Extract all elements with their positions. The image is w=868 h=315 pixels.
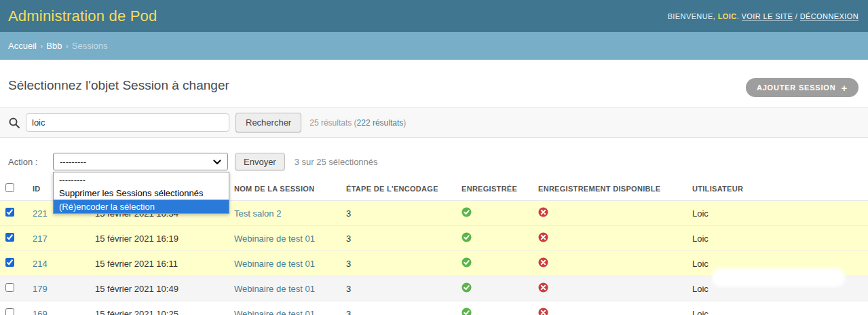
header-bar: Administration de Pod BIENVENUE, LOIC. V… [0,0,868,32]
available-no-icon [538,308,548,315]
chevron-down-icon [213,157,221,167]
results-count: 25 résultats (222 résultats) [309,118,406,128]
breadcrumb-current: Sessions [72,41,108,51]
add-session-button[interactable]: AJOUTER SESSION + [746,78,858,97]
results-count-close: ) [403,118,406,128]
session-name-link[interactable]: Webinaire de test 01 [234,259,315,269]
row-checkbox[interactable] [5,308,14,315]
available-no-icon [538,282,548,295]
session-user: Loic [687,201,868,226]
recorded-yes-icon [461,308,472,315]
session-user: Loic [687,226,868,251]
username: LOIC [718,12,737,20]
session-id-link[interactable]: 169 [33,309,48,315]
available-no-icon [538,232,548,244]
session-date: 15 février 2021 10:49 [90,276,229,301]
logout-link[interactable]: DÉCONNEXION [800,12,858,21]
session-id-link[interactable]: 179 [33,284,48,294]
column-header-user[interactable]: UTILISATEUR [687,177,868,201]
session-id-link[interactable]: 214 [33,259,48,269]
view-site-link[interactable]: VOIR LE SITE [742,12,793,21]
row-checkbox[interactable] [5,208,14,217]
username-period: . [737,12,739,20]
title-row: Sélectionnez l'objet Session à changer A… [0,60,868,107]
recorded-yes-icon [461,257,472,270]
breadcrumb-separator: › [65,41,68,51]
search-icon [8,117,20,129]
welcome-text: BIENVENUE, [668,12,716,20]
session-id-link[interactable]: 221 [33,208,48,219]
row-checkbox[interactable] [5,233,14,242]
breadcrumb-separator: › [40,41,43,51]
session-name-link[interactable]: Webinaire de test 01 [234,284,315,294]
action-dropdown-list: --------- Supprimer les Sessions sélecti… [53,172,229,214]
session-step: 3 [341,201,456,226]
session-name-link[interactable]: Webinaire de test 01 [234,309,315,315]
actions-bar: Action : --------- Envoyer 3 sur 25 séle… [0,138,868,177]
send-action-button[interactable]: Envoyer [235,153,285,170]
action-label: Action : [8,157,53,167]
selection-counter: 3 sur 25 sélectionnés [295,157,378,167]
session-name-link[interactable]: Test salon 2 [234,208,281,219]
add-session-label: AJOUTER SESSION [757,84,836,92]
session-name-link[interactable]: Webinaire de test 01 [234,234,315,244]
recorded-yes-icon [461,207,472,219]
session-date: 15 février 2021 16:11 [90,251,229,276]
admin-page: Administration de Pod BIENVENUE, LOIC. V… [0,0,868,315]
action-option-reencode[interactable]: (Ré)encoder la sélection [54,200,229,213]
session-step: 3 [341,301,456,315]
session-date: 15 février 2021 10:25 [90,301,229,315]
table-row: 169 15 février 2021 10:25 Webinaire de t… [0,301,868,315]
available-no-icon [538,257,548,270]
action-select[interactable]: --------- [53,153,228,170]
session-id-link[interactable]: 217 [33,234,48,244]
breadcrumb-home[interactable]: Accueil [8,41,37,51]
search-input[interactable] [26,113,229,132]
show-all-results-link[interactable]: 222 résultats [357,118,404,128]
session-step: 3 [341,251,456,276]
breadcrumb-app-bbb[interactable]: Bbb [46,41,62,51]
column-header-available[interactable]: ENREGISTREMENT DISPONIBLE [533,177,687,201]
session-user: Loic [687,301,868,315]
search-toolbar: Rechercher 25 résultats (222 résultats) [0,107,868,138]
recorded-yes-icon [461,232,472,244]
site-title: Administration de Pod [8,7,157,25]
row-checkbox[interactable] [5,258,14,267]
plus-icon: + [841,84,848,92]
session-step: 3 [341,276,456,301]
search-button[interactable]: Rechercher [235,113,301,132]
results-count-text: 25 résultats ( [309,118,356,128]
select-all-checkbox[interactable] [5,183,14,192]
action-option-empty[interactable]: --------- [54,172,229,186]
page-title: Sélectionnez l'objet Session à changer [8,78,229,93]
table-row: 217 15 février 2021 16:19 Webinaire de t… [0,226,868,251]
link-separator: / [795,12,797,20]
available-no-icon [538,207,548,219]
user-tools: BIENVENUE, LOIC. VOIR LE SITE / DÉCONNEX… [668,12,858,20]
recorded-yes-icon [461,282,472,295]
session-date: 15 février 2021 16:19 [90,226,229,251]
action-option-delete[interactable]: Supprimer les Sessions sélectionnés [54,186,229,200]
row-checkbox[interactable] [5,283,14,292]
breadcrumb: Accueil › Bbb › Sessions [0,32,868,60]
session-step: 3 [341,226,456,251]
column-header-recorded[interactable]: ENREGISTRÉE [456,177,533,201]
action-select-value: --------- [60,157,86,167]
column-header-name[interactable]: NOM DE LA SESSION [229,177,341,201]
column-header-step[interactable]: ÉTAPE DE L'ENCODAGE [341,177,456,201]
redaction-blur [714,270,843,285]
